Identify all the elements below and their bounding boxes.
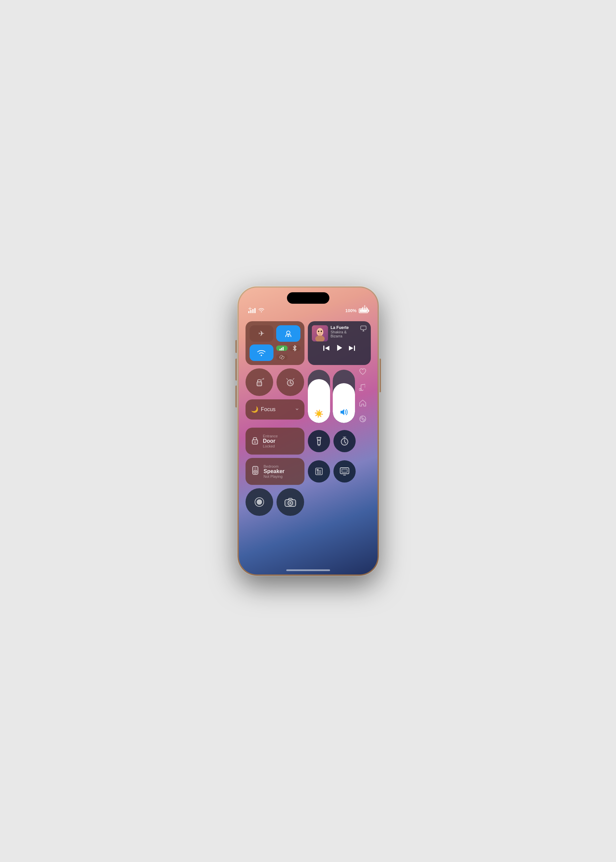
volume-down-button[interactable] <box>236 386 237 407</box>
svg-point-33 <box>318 470 319 471</box>
status-bar: 100% <box>248 308 368 314</box>
control-center: ✈ <box>245 321 371 561</box>
home-icon[interactable] <box>359 399 366 408</box>
svg-point-27 <box>318 472 319 473</box>
small-buttons-row <box>245 368 305 396</box>
heart-icon[interactable] <box>359 368 366 377</box>
svg-point-8 <box>321 331 322 332</box>
svg-point-32 <box>320 470 321 471</box>
play-button[interactable] <box>335 344 343 353</box>
torch-button[interactable] <box>308 430 330 452</box>
brightness-slider[interactable]: ☀️ <box>308 370 330 423</box>
screen-mirror-button[interactable] <box>333 460 356 482</box>
wifi-icon <box>258 308 264 314</box>
music-note-icon[interactable] <box>359 383 366 393</box>
screen-record-button[interactable] <box>245 488 273 516</box>
connectivity-block: ✈ <box>245 321 305 365</box>
speaker-button[interactable]: Bedroom Speaker Not Playing <box>245 458 305 485</box>
dynamic-island <box>287 292 329 304</box>
svg-rect-18 <box>317 440 320 445</box>
phone-frame: + ⏻ 100% <box>237 286 379 576</box>
bar4 <box>254 308 256 313</box>
door-label: Entrance <box>263 434 278 438</box>
door-status: Locked <box>263 444 278 448</box>
door-info: Entrance Door Locked <box>263 434 278 448</box>
track-artist: Shakira & Bizarra <box>331 330 357 338</box>
svg-rect-11 <box>354 345 355 351</box>
svg-rect-36 <box>342 469 347 473</box>
speaker-info: Bedroom Speaker Not Playing <box>264 464 284 479</box>
svg-point-22 <box>255 471 256 473</box>
focus-chevron-icon <box>295 407 299 412</box>
prev-button[interactable] <box>323 345 330 353</box>
album-art <box>312 325 328 341</box>
speaker-status: Not Playing <box>264 474 284 479</box>
svg-point-34 <box>317 470 318 471</box>
moon-icon: 🌙 <box>251 406 258 413</box>
bar1 <box>248 311 250 313</box>
airplay-button[interactable] <box>360 325 367 333</box>
bar2 <box>250 310 251 313</box>
cellular-button[interactable] <box>276 345 288 351</box>
focus-button[interactable]: 🌙 Focus <box>245 399 305 419</box>
playback-controls <box>312 344 367 353</box>
status-right: 100% <box>345 308 368 313</box>
timer-button[interactable] <box>333 430 356 452</box>
focus-label: Focus <box>261 407 276 413</box>
alarm-button[interactable] <box>277 368 304 396</box>
svg-point-17 <box>254 441 256 443</box>
airdrop-button[interactable] <box>276 325 300 342</box>
sidebar-icons <box>358 368 366 424</box>
torch-timer-group <box>308 430 356 452</box>
now-playing-block: La Fuerte Shakira & Bizarra <box>308 321 371 365</box>
svg-point-29 <box>317 473 318 474</box>
volume-icon <box>339 408 349 418</box>
wifi-toggle-button[interactable] <box>250 344 274 361</box>
svg-point-7 <box>318 331 319 332</box>
svg-rect-2 <box>281 348 282 350</box>
status-left <box>248 308 264 314</box>
svg-rect-25 <box>317 469 319 470</box>
battery-icon <box>359 308 368 313</box>
bluetooth-button[interactable] <box>289 345 300 351</box>
cellular-signal-icon[interactable] <box>359 415 366 424</box>
svg-point-23 <box>255 468 256 469</box>
svg-point-26 <box>317 472 318 473</box>
left-controls: 🌙 Focus <box>245 368 305 419</box>
svg-rect-12 <box>257 382 262 386</box>
svg-point-28 <box>320 472 321 473</box>
svg-rect-9 <box>361 326 366 330</box>
camera-button[interactable] <box>277 488 304 516</box>
speaker-icon <box>251 466 260 477</box>
screen-lock-button[interactable] <box>245 368 273 396</box>
svg-rect-1 <box>280 349 281 350</box>
bottom-row <box>245 488 371 516</box>
speaker-name: Speaker <box>264 468 284 474</box>
sliders-area: ☀️ <box>308 368 371 424</box>
volume-up-button[interactable] <box>236 359 237 380</box>
track-title: La Fuerte <box>331 325 357 330</box>
speaker-label: Bedroom <box>264 464 284 468</box>
signal-icon <box>248 308 256 313</box>
home-bar[interactable] <box>286 569 330 571</box>
svg-point-31 <box>320 473 321 474</box>
next-button[interactable] <box>348 345 355 353</box>
door-name: Door <box>263 438 278 444</box>
power-button[interactable] <box>380 359 381 392</box>
connectivity-bottom-right <box>276 344 300 361</box>
svg-point-41 <box>289 502 291 504</box>
battery-percentage: 100% <box>345 308 356 313</box>
calculator-button[interactable] <box>308 460 330 482</box>
svg-point-15 <box>362 418 363 419</box>
airplane-mode-button[interactable]: ✈ <box>250 325 274 342</box>
svg-point-38 <box>257 499 262 505</box>
bar3 <box>252 309 254 313</box>
focus-link-button[interactable] <box>276 355 288 360</box>
svg-point-5 <box>317 328 323 336</box>
mute-button[interactable] <box>236 340 237 353</box>
battery-fill <box>360 309 367 312</box>
calc-mirror-group <box>308 460 356 482</box>
door-lock-button[interactable]: Entrance Door Locked <box>245 428 305 455</box>
brightness-icon: ☀️ <box>314 410 323 418</box>
volume-slider[interactable] <box>333 370 355 423</box>
